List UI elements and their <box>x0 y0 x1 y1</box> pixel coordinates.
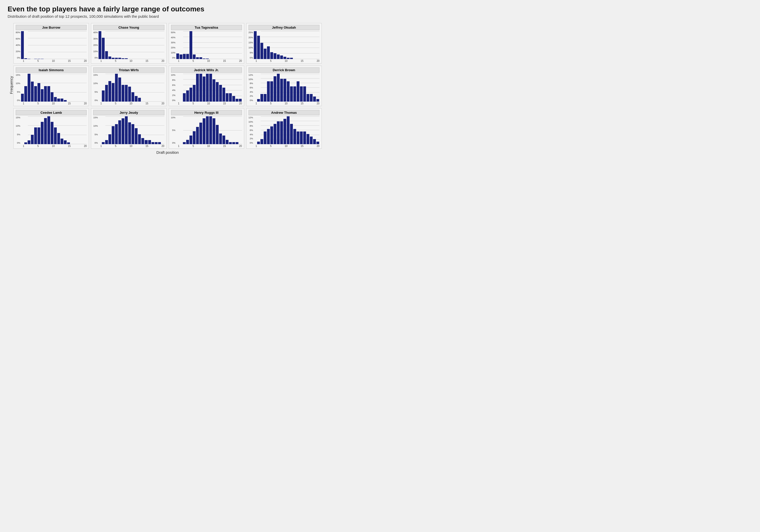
bar <box>51 122 53 144</box>
bar-container <box>44 74 47 102</box>
chart-cell-joe-burrow: Joe Burrow80%60%40%20%0%15101520 <box>14 23 89 64</box>
bar-container <box>186 74 189 102</box>
bar-container <box>306 74 309 102</box>
bar <box>277 55 280 59</box>
bar <box>125 116 128 144</box>
bar-container <box>203 31 206 59</box>
bar <box>274 124 276 144</box>
bar <box>209 74 212 102</box>
bar <box>270 81 273 102</box>
bar-container <box>209 116 212 144</box>
bar <box>206 59 209 59</box>
chart-title: Tua Tagovailoa <box>171 25 242 30</box>
bar-container <box>193 74 196 102</box>
bar-container <box>270 31 273 59</box>
histogram-bars <box>176 116 242 144</box>
bar-container <box>37 116 40 144</box>
chart-cell-derrick-brown: Derrick Brown12%10%8%6%4%2%0%15101520 <box>246 66 322 106</box>
bar-container <box>83 74 87 102</box>
bar-container <box>24 116 27 144</box>
bar-container <box>138 31 141 59</box>
bar-container <box>280 116 283 144</box>
bar-container <box>24 31 27 59</box>
main-title: Even the top players have a fairly large… <box>8 5 322 13</box>
bar-container <box>158 31 161 59</box>
bar <box>64 100 67 102</box>
bar-container <box>112 116 115 144</box>
bar-container <box>31 74 34 102</box>
bar <box>193 55 196 59</box>
bar <box>203 118 206 144</box>
bar-container <box>70 116 73 144</box>
bar-container <box>73 74 77 102</box>
bar <box>34 127 37 144</box>
bar-container <box>283 31 287 59</box>
bar-container <box>141 31 144 59</box>
bar-container <box>316 31 319 59</box>
bar-container <box>222 74 225 102</box>
bar <box>109 57 111 59</box>
bar-container <box>144 31 148 59</box>
bar <box>109 81 111 102</box>
bar-container <box>267 74 270 102</box>
x-axis-ticks: 15101520 <box>249 145 319 147</box>
histogram-bars <box>176 31 242 59</box>
bar <box>24 58 27 59</box>
bar <box>277 121 280 144</box>
bar <box>112 58 115 59</box>
chart-title: Isaiah Simmons <box>16 68 87 73</box>
bar-container <box>54 116 57 144</box>
bar <box>297 81 300 102</box>
bar <box>232 142 235 144</box>
bar <box>21 31 24 59</box>
bar-container <box>196 74 199 102</box>
bar <box>222 88 225 102</box>
bar-container <box>118 31 121 59</box>
bar <box>121 85 124 102</box>
bar <box>44 86 47 102</box>
chart-cell-jedrick-wills-jr.: Jedrick Wills Jr.10%8%6%4%2%0%15101520 <box>169 66 244 106</box>
bar <box>135 96 138 102</box>
bar <box>47 116 50 144</box>
bar <box>264 131 266 144</box>
bar-container <box>273 116 277 144</box>
bar-container <box>108 74 112 102</box>
bar-container <box>277 74 280 102</box>
bar-container <box>293 116 296 144</box>
bar-container <box>134 116 138 144</box>
bar-container <box>102 74 105 102</box>
bar-container <box>293 74 296 102</box>
bar-container <box>196 116 199 144</box>
bar-container <box>222 116 225 144</box>
bar-container <box>300 74 303 102</box>
chart-cell-chase-young: Chase Young40%30%20%10%0%15101520 <box>91 23 166 64</box>
bar-container <box>98 31 102 59</box>
bar-container <box>155 74 158 102</box>
subtitle: Distribution of draft position of top 12… <box>8 14 322 19</box>
bar <box>118 58 121 59</box>
bar-container <box>151 74 155 102</box>
bar-container <box>176 31 179 59</box>
bar <box>186 90 189 102</box>
bar-container <box>283 74 287 102</box>
bar-container <box>203 116 206 144</box>
bar <box>206 116 209 144</box>
bar-container <box>112 74 115 102</box>
bar-container <box>263 31 267 59</box>
bar <box>118 77 121 102</box>
chart-title: Derrick Brown <box>249 68 319 73</box>
bar <box>102 142 105 144</box>
bar-container <box>206 31 209 59</box>
bar <box>193 131 196 144</box>
bar <box>307 94 309 102</box>
bar-container <box>222 31 225 59</box>
x-axis-ticks: 15101520 <box>93 60 164 62</box>
bar-container <box>260 116 263 144</box>
bar <box>239 99 242 102</box>
bar-container <box>138 74 141 102</box>
bar-container <box>313 74 316 102</box>
histogram-bars <box>21 74 87 102</box>
bar <box>61 139 63 144</box>
bar <box>226 140 228 144</box>
y-axis-labels: 80%60%40%20%0% <box>16 31 20 59</box>
